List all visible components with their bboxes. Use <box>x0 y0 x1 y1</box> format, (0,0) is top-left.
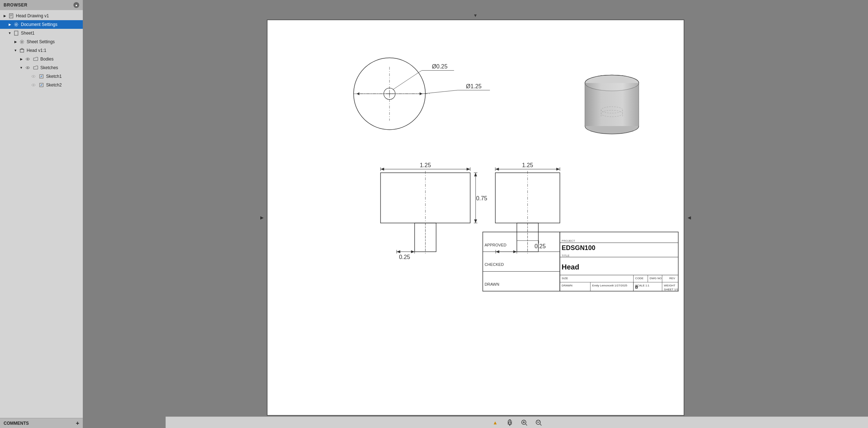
zoom-in-icon[interactable] <box>520 418 529 427</box>
svg-point-12 <box>27 67 28 68</box>
svg-point-17 <box>33 85 34 86</box>
gear-icon <box>13 21 19 28</box>
sketch-icon <box>38 82 45 88</box>
svg-text:1.25: 1.25 <box>522 162 533 169</box>
svg-marker-49 <box>467 168 470 171</box>
document-icon <box>8 13 14 19</box>
svg-marker-71 <box>556 168 560 171</box>
svg-marker-56 <box>474 173 477 176</box>
expand-icon <box>24 74 30 79</box>
drawing-sheet: ▼ ▶ ◀ Ø0.25 <box>267 19 684 416</box>
svg-marker-30 <box>419 92 422 95</box>
main-drawing-area: ▼ ▶ ◀ Ø0.25 <box>83 0 868 428</box>
svg-text:0.25: 0.25 <box>399 254 410 260</box>
svg-line-25 <box>393 70 422 89</box>
sidebar-item-label: Document Settings <box>21 22 57 27</box>
svg-rect-5 <box>14 31 18 35</box>
svg-text:EDSGN100: EDSGN100 <box>562 244 595 251</box>
svg-rect-44 <box>585 83 638 126</box>
eye-icon <box>24 56 31 62</box>
svg-marker-70 <box>495 168 499 171</box>
top-arrow: ▼ <box>473 13 478 18</box>
folder-icon <box>32 64 39 71</box>
svg-text:DWG NO: DWG NO <box>649 277 662 280</box>
expand-icon: ▶ <box>19 57 24 62</box>
drawing-svg: Ø0.25 Ø1.25 <box>267 20 684 415</box>
eye-icon <box>30 82 37 88</box>
expand-icon: ▼ <box>13 48 18 53</box>
expand-icon: ▼ <box>7 31 12 36</box>
sidebar-item-head-drawing[interactable]: ▶ Head Drawing v1 <box>0 12 83 20</box>
svg-line-122 <box>540 424 541 425</box>
close-icon: ● <box>75 3 77 7</box>
expand-icon: ▼ <box>19 65 24 70</box>
sidebar-item-bodies[interactable]: ▶ Bodies <box>0 55 83 63</box>
svg-rect-0 <box>9 14 13 18</box>
sketch-icon <box>38 73 45 80</box>
bottom-toolbar: ▲ <box>166 416 868 428</box>
browser-close-button[interactable]: ● <box>73 2 79 8</box>
expand-icon <box>24 83 30 88</box>
sidebar-item-label: Sketch2 <box>46 83 62 88</box>
sidebar-item-sketches[interactable]: ▼ Sketches <box>0 63 83 72</box>
left-arrow: ▶ <box>260 215 264 220</box>
sheet-icon <box>13 30 19 36</box>
svg-point-10 <box>27 59 28 60</box>
svg-marker-63 <box>396 250 400 253</box>
svg-text:PROJECT: PROJECT <box>562 239 575 242</box>
svg-marker-8 <box>20 48 24 49</box>
box-icon <box>19 47 25 54</box>
svg-text:TITLE: TITLE <box>562 254 570 257</box>
sidebar-item-document-settings[interactable]: ▶ Document Settings <box>0 20 83 29</box>
eye-icon <box>24 64 31 71</box>
svg-text:SIZE: SIZE <box>562 277 568 280</box>
sidebar-header: BROWSER ● <box>0 0 83 10</box>
sidebar-item-label: Sheet Settings <box>27 39 55 44</box>
eye-icon <box>30 73 37 80</box>
svg-line-119 <box>526 424 527 425</box>
svg-text:1.25: 1.25 <box>419 162 431 169</box>
sidebar-item-label: Sketch1 <box>46 74 62 79</box>
svg-text:CHECKED: CHECKED <box>484 263 504 267</box>
sidebar-item-head-v1[interactable]: ▼ Head v1:1 <box>0 46 83 55</box>
sidebar-item-label: Head Drawing v1 <box>16 13 49 18</box>
add-comment-button[interactable]: + <box>76 420 79 427</box>
sidebar: BROWSER ● ▶ Head Drawing v1 ▶ Document S… <box>0 0 83 428</box>
zoom-fit-icon[interactable] <box>534 418 543 427</box>
sidebar-item-sketch1[interactable]: Sketch1 <box>0 72 83 81</box>
pan-tool-icon[interactable] <box>505 418 514 427</box>
svg-text:WEIGHT: WEIGHT <box>664 284 675 287</box>
svg-text:Emily Lemoncelli 1/27/2025: Emily Lemoncelli 1/27/2025 <box>592 284 627 287</box>
folder-icon <box>32 56 39 62</box>
svg-marker-48 <box>380 168 384 171</box>
svg-text:Head: Head <box>562 263 579 271</box>
expand-icon: ▶ <box>2 13 7 18</box>
svg-text:CODE: CODE <box>635 277 643 280</box>
svg-text:SCALE 1:1: SCALE 1:1 <box>635 284 649 287</box>
svg-marker-57 <box>474 219 477 223</box>
sidebar-item-sheet-settings[interactable]: ▶ Sheet Settings <box>0 37 83 46</box>
gear-icon <box>19 39 25 45</box>
sidebar-item-label: Head v1:1 <box>27 48 46 53</box>
svg-point-6 <box>21 41 23 43</box>
svg-text:Ø0.25: Ø0.25 <box>432 64 448 70</box>
svg-line-31 <box>422 90 458 94</box>
svg-marker-29 <box>356 92 359 95</box>
svg-text:DRAWN: DRAWN <box>562 284 572 287</box>
sidebar-item-label: Bodies <box>40 57 54 62</box>
svg-marker-64 <box>411 250 414 253</box>
right-arrow: ◀ <box>688 215 691 220</box>
comments-label: COMMENTS <box>4 421 29 426</box>
svg-point-14 <box>33 76 34 77</box>
sidebar-item-sketch2[interactable]: Sketch2 <box>0 81 83 89</box>
svg-text:0.25: 0.25 <box>534 243 545 249</box>
svg-text:APPROVED: APPROVED <box>484 243 506 247</box>
svg-text:DRAWN: DRAWN <box>484 282 499 286</box>
svg-rect-7 <box>20 49 24 52</box>
svg-text:Ø1.25: Ø1.25 <box>466 83 482 89</box>
expand-icon: ▶ <box>13 39 18 44</box>
svg-text:SHEET 1/1: SHEET 1/1 <box>664 288 678 291</box>
warning-icon: ▲ <box>491 418 500 427</box>
sidebar-item-sheet1[interactable]: ▼ Sheet1 <box>0 29 83 37</box>
svg-text:REV: REV <box>669 277 675 280</box>
